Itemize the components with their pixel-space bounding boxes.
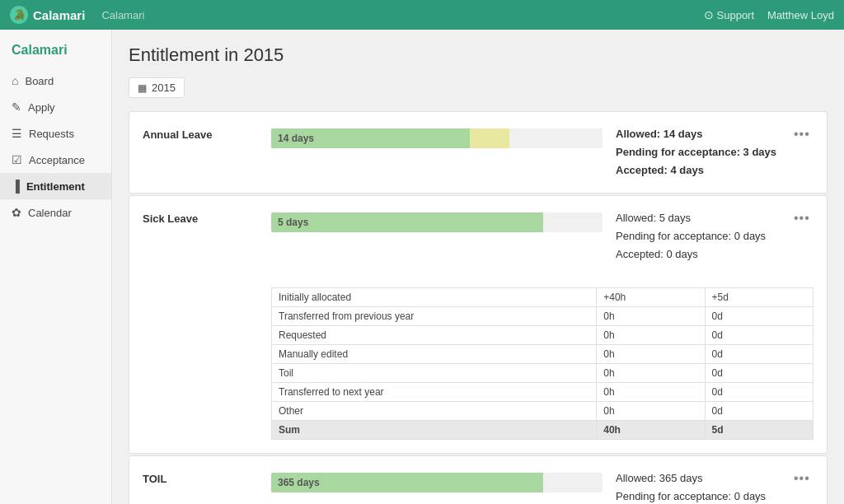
sick-leave-bar-section: 5 days xyxy=(271,209,603,232)
table-row: Requested 0h 0d xyxy=(272,325,814,344)
row-days: 0d xyxy=(705,401,813,420)
sick-allowed: Allowed: 5 days xyxy=(616,209,781,227)
annual-leave-bar-section: 14 days xyxy=(271,125,603,148)
sick-accepted: Accepted: 0 days xyxy=(616,245,781,264)
toil-bar-section: 365 days xyxy=(271,469,603,492)
main-layout: Calamari ⌂ Board ✎ Apply ☰ Requests ☑ Ac… xyxy=(0,30,844,504)
sick-pending: Pending for acceptance: 0 days xyxy=(616,227,781,245)
annual-leave-info: Allowed: 14 days Pending for acceptance:… xyxy=(616,125,781,180)
row-days: +5d xyxy=(705,287,813,306)
annual-leave-card: Annual Leave 14 days Allowed: 14 days Pe… xyxy=(129,111,828,194)
sidebar-label-board: Board xyxy=(25,75,54,87)
nav-label: Calamari xyxy=(101,9,144,21)
row-hours: 0h xyxy=(597,401,705,420)
content-area: Entitlement in 2015 ▦ 2015 Annual Leave … xyxy=(112,30,844,504)
support-icon: ⊙ xyxy=(704,8,714,21)
sidebar-item-requests[interactable]: ☰ Requests xyxy=(0,120,111,147)
board-icon: ⌂ xyxy=(12,74,18,87)
sidebar-item-calendar[interactable]: ✿ Calendar xyxy=(0,199,111,226)
table-row: Transferred from previous year 0h 0d xyxy=(272,306,814,325)
table-row: Toil 0h 0d xyxy=(272,363,814,382)
row-label: Initially allocated xyxy=(272,287,597,306)
row-label: Requested xyxy=(272,325,597,344)
row-hours: +40h xyxy=(597,287,705,306)
sick-leave-table: Initially allocated +40h +5d Transferred… xyxy=(271,287,814,440)
toil-bar-label: 365 days xyxy=(278,477,320,488)
requests-icon: ☰ xyxy=(12,127,22,140)
sidebar-item-entitlement[interactable]: ▐ Entitlement xyxy=(0,173,111,199)
row-label: Transferred from previous year xyxy=(272,306,597,325)
row-hours: 0h xyxy=(597,363,705,382)
top-nav: 🐊 Calamari Calamari ⊙ Support Matthew Lo… xyxy=(0,0,844,30)
calendar-icon: ✿ xyxy=(12,206,21,219)
toil-pending: Pending for acceptance: 0 days xyxy=(616,488,781,504)
annual-yellow-bar xyxy=(470,128,509,148)
user-name[interactable]: Matthew Loyd xyxy=(767,9,834,21)
row-days: 0d xyxy=(705,325,813,344)
sick-leave-details: Initially allocated +40h +5d Transferred… xyxy=(143,287,814,440)
toil-menu[interactable]: ••• xyxy=(794,469,814,486)
sick-leave-bar: 5 days xyxy=(271,212,603,232)
toil-info: Allowed: 365 days Pending for acceptance… xyxy=(616,469,781,504)
table-row: Transferred to next year 0h 0d xyxy=(272,382,814,401)
entitlement-icon: ▐ xyxy=(12,180,20,193)
sidebar-label-acceptance: Acceptance xyxy=(29,154,85,166)
row-hours: 0h xyxy=(597,325,705,344)
toil-name: TOIL xyxy=(143,469,258,485)
app-name: Calamari xyxy=(33,8,85,22)
row-days: 0d xyxy=(705,363,813,382)
table-row: Manually edited 0h 0d xyxy=(272,344,814,363)
row-label: Toil xyxy=(272,363,597,382)
sidebar-item-board[interactable]: ⌂ Board xyxy=(0,68,111,94)
annual-leave-menu[interactable]: ••• xyxy=(794,125,814,142)
table-row: Initially allocated +40h +5d xyxy=(272,287,814,306)
top-nav-right: ⊙ Support Matthew Loyd xyxy=(704,8,834,21)
sick-leave-menu[interactable]: ••• xyxy=(794,209,814,226)
sidebar-label-calendar: Calendar xyxy=(28,207,72,219)
sidebar: Calamari ⌂ Board ✎ Apply ☰ Requests ☑ Ac… xyxy=(0,30,112,504)
row-hours: 0h xyxy=(597,344,705,363)
toil-allowed: Allowed: 365 days xyxy=(616,469,781,488)
row-days: 0d xyxy=(705,382,813,401)
support-link[interactable]: ⊙ Support xyxy=(704,8,755,21)
annual-accepted: Accepted: 4 days xyxy=(616,161,781,180)
logo: 🐊 Calamari xyxy=(10,6,85,24)
calendar-small-icon: ▦ xyxy=(138,82,147,94)
sidebar-label-entitlement: Entitlement xyxy=(26,180,85,193)
annual-pending: Pending for acceptance: 3 days xyxy=(616,143,781,161)
sidebar-label-requests: Requests xyxy=(29,128,74,140)
table-row: Other 0h 0d xyxy=(272,401,814,420)
sidebar-item-acceptance[interactable]: ☑ Acceptance xyxy=(0,147,111,173)
sum-days: 5d xyxy=(705,420,813,439)
sidebar-title: Calamari xyxy=(0,40,111,68)
year-selector[interactable]: ▦ 2015 xyxy=(129,77,185,98)
sidebar-label-apply: Apply xyxy=(28,101,55,114)
annual-allowed: Allowed: 14 days xyxy=(616,125,781,143)
sick-leave-card: Sick Leave 5 days Allowed: 5 days Pendin… xyxy=(129,195,828,453)
annual-bar-label: 14 days xyxy=(278,133,314,144)
annual-green-bar: 14 days xyxy=(271,128,470,148)
year-value: 2015 xyxy=(152,82,176,94)
apply-icon: ✎ xyxy=(12,100,21,114)
sum-label: Sum xyxy=(272,420,597,439)
row-hours: 0h xyxy=(597,306,705,325)
toil-bar: 365 days xyxy=(271,473,603,492)
annual-leave-name: Annual Leave xyxy=(143,125,258,141)
page-title: Entitlement in 2015 xyxy=(129,44,828,66)
row-days: 0d xyxy=(705,344,813,363)
acceptance-icon: ☑ xyxy=(12,153,22,166)
toil-card: TOIL 365 days Allowed: 365 days Pending … xyxy=(129,455,828,504)
logo-icon: 🐊 xyxy=(10,6,28,24)
toil-green-bar: 365 days xyxy=(271,473,543,492)
row-label: Other xyxy=(272,401,597,420)
annual-leave-bar: 14 days xyxy=(271,128,603,148)
sick-leave-name: Sick Leave xyxy=(143,209,258,225)
table-row-sum: Sum 40h 5d xyxy=(272,420,814,439)
sick-leave-info: Allowed: 5 days Pending for acceptance: … xyxy=(616,209,781,264)
sidebar-item-apply[interactable]: ✎ Apply xyxy=(0,94,111,120)
row-label: Manually edited xyxy=(272,344,597,363)
row-label: Transferred to next year xyxy=(272,382,597,401)
row-hours: 0h xyxy=(597,382,705,401)
row-days: 0d xyxy=(705,306,813,325)
sick-green-bar: 5 days xyxy=(271,212,543,232)
